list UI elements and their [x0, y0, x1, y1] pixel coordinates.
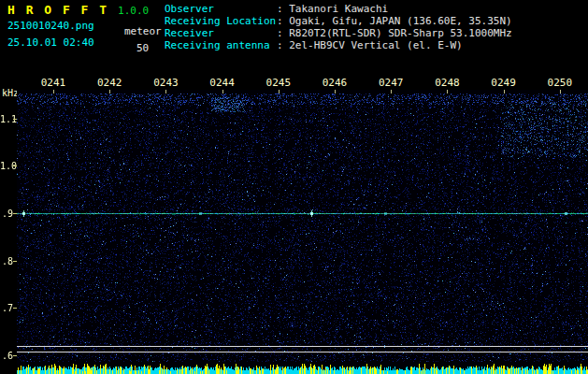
info-label: Receiving Location [165, 15, 277, 27]
station-info-row: Receiving Location: Ogaki, Gifu, JAPAN (… [165, 15, 512, 27]
y-axis-tick-mark [13, 355, 17, 356]
x-axis-tick-label: 0245 [266, 77, 292, 89]
info-colon: : [277, 39, 289, 51]
y-axis-tick-label: 1.1 [0, 114, 13, 124]
y-axis-tick-mark [13, 308, 17, 309]
station-info-row: Observer: Takanori Kawachi [165, 3, 512, 15]
app-version: 1.0.0 [118, 5, 149, 17]
info-value: Takanori Kawachi [289, 3, 388, 15]
station-info-row: Receiving antenna: 2el-HB9CV Vertical (e… [165, 39, 512, 51]
app-title: H R O F F T1.0.0 [7, 3, 149, 17]
x-axis-tick-label: 0243 [153, 77, 179, 89]
info-colon: : [277, 15, 289, 27]
info-value: Ogaki, Gifu, JAPAN (136.60E, 35.35N) [289, 15, 511, 27]
x-axis-tick-label: 0241 [41, 77, 66, 89]
x-axis-tick-label: 0249 [491, 77, 516, 89]
x-axis-tick-label: 0246 [323, 77, 348, 89]
output-filename: 2510010240.png [7, 20, 94, 32]
x-axis-tick-label: 0247 [379, 77, 404, 89]
noise-parameter: 50 [136, 42, 149, 54]
info-value: 2el-HB9CV Vertical (el. E-W) [289, 39, 462, 51]
spectrogram-canvas [17, 90, 588, 374]
hrofft-output: H R O F F T1.0.0 2510010240.png meteor 2… [0, 0, 588, 374]
x-axis-tick-label: 0248 [435, 77, 460, 89]
info-value: R820T2(RTL-SDR) SDR-Sharp 53.1000MHz [289, 27, 511, 39]
station-info-row: Receiver: R820T2(RTL-SDR) SDR-Sharp 53.1… [165, 27, 512, 39]
observation-datetime: 25.10.01 02:40 [7, 36, 94, 49]
info-label: Receiver [165, 27, 277, 39]
y-axis-tick-label: .7 [0, 303, 13, 313]
y-axis-tick-mark [13, 213, 17, 214]
info-label: Receiving antenna [165, 39, 277, 51]
info-label: Observer [165, 3, 277, 15]
y-axis-tick-label: .8 [0, 256, 13, 266]
observation-mode: meteor [124, 25, 162, 37]
app-name: H R O F F T [7, 3, 108, 17]
x-axis-tick-label: 0242 [97, 77, 122, 89]
y-axis-tick-mark [13, 261, 17, 262]
info-colon: : [277, 3, 289, 15]
y-axis-tick-label: 1.0 [0, 161, 13, 171]
y-axis-tick-label: .6 [0, 351, 13, 361]
x-axis-tick-label: 0244 [209, 77, 235, 89]
info-colon: : [277, 27, 289, 39]
y-axis-tick-mark [13, 119, 17, 120]
x-axis-tick-label: 0250 [548, 77, 573, 89]
y-axis-tick-label: .9 [0, 209, 13, 219]
y-axis-tick-mark [13, 165, 17, 166]
station-info: Observer: Takanori KawachiReceiving Loca… [165, 3, 512, 51]
